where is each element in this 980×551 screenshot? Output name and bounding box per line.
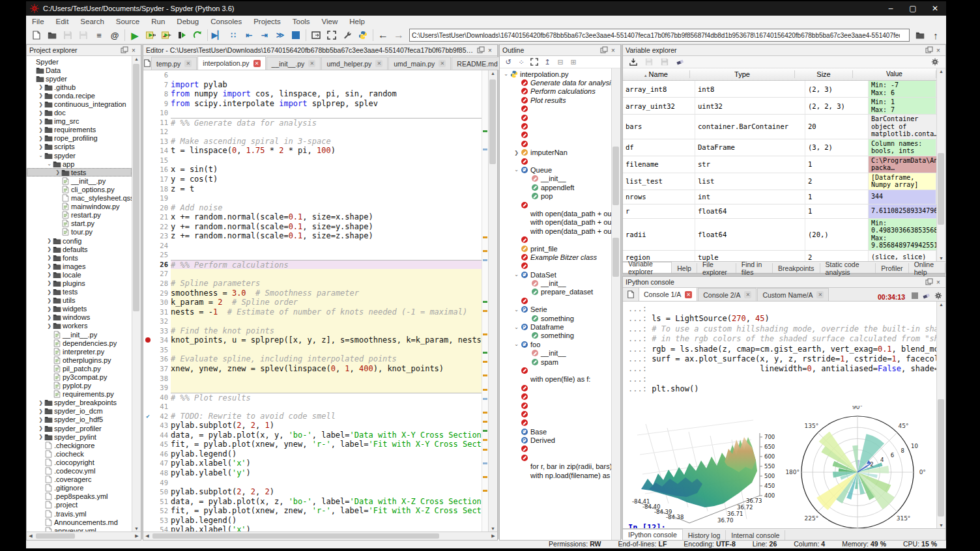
pane-tab-ipython-console[interactable]: IPython console [623, 529, 683, 540]
editor-line[interactable]: 15 [143, 156, 482, 165]
preferences-icon[interactable] [339, 28, 355, 42]
tab-close-icon[interactable]: ✕ [253, 60, 261, 67]
console-content[interactable]: ...:...: ls = LightSource(270, 45)...: #… [623, 302, 936, 528]
tree-item[interactable]: __init__.py [27, 177, 132, 185]
tree-item[interactable]: ❯continuous_integration [27, 100, 132, 108]
outline-item[interactable] [500, 401, 611, 410]
outline-item[interactable] [500, 453, 611, 462]
save-icon[interactable] [60, 28, 76, 42]
tree-item[interactable]: tour.py [27, 228, 132, 236]
menu-search[interactable]: Search [74, 18, 109, 25]
tree-item[interactable]: interpreter.py [27, 347, 132, 356]
import-data-icon[interactable] [626, 55, 641, 69]
console-tab[interactable]: Console 1/A✕ [639, 287, 697, 301]
tree-item[interactable]: spyder [27, 74, 132, 83]
tree-item[interactable]: ❯spyder_io_dcm [27, 407, 132, 416]
pane-tab-static-code-analysis[interactable]: Static code analysis [820, 263, 876, 273]
parent-directory-icon[interactable]: ↑ [928, 28, 944, 42]
editor-line[interactable]: 8from numpy import cos, linspace, pi, si… [143, 89, 482, 99]
chevron-icon[interactable]: ❯ [46, 255, 53, 261]
tree-item[interactable]: .checkignore [27, 441, 132, 449]
tree-item[interactable]: Data [27, 66, 132, 74]
editor-tab[interactable]: umd_main.py✕ [388, 57, 451, 70]
outline-item[interactable]: with np.load(filename) as dem: [500, 471, 611, 479]
fullscreen-icon[interactable] [324, 28, 339, 42]
run-icon[interactable]: ▶ [127, 28, 143, 42]
chevron-icon[interactable]: ❯ [37, 434, 44, 440]
run-cell-icon[interactable] [143, 28, 158, 42]
editor-line[interactable]: 29smoothness = 3.0 # Smoothness paramete… [143, 289, 482, 298]
editor-line[interactable]: 17y = cos(t) [143, 175, 482, 184]
editor-line[interactable]: 19 [143, 193, 482, 203]
chevron-icon[interactable]: ⌄ [513, 341, 520, 347]
variable-table[interactable]: ▴ NameTypeSizeValuearray_int8int8(2, 3)M… [623, 68, 936, 261]
chevron-icon[interactable]: ❯ [37, 127, 44, 133]
outline-item[interactable]: with open(data_path + output_file_n... [500, 209, 611, 218]
editor-line[interactable]: 7import pylab [143, 80, 482, 90]
editor-line[interactable]: 35 [143, 345, 482, 355]
tree-item[interactable]: ❯conda.recipe [27, 91, 132, 100]
editor-line[interactable]: 28# Spline parameters [143, 279, 482, 289]
tree-item[interactable]: ❯tests [27, 288, 132, 296]
outline-item[interactable]: ⌄CDataframe [500, 322, 611, 331]
open-file-icon[interactable] [44, 28, 60, 42]
symbol-finder-icon[interactable]: @ [107, 28, 122, 42]
editor-line[interactable]: 50pylab.subplot(2, 2, 2) [143, 487, 482, 497]
editor-line[interactable]: 22y += random.normal(scale=0.1, size=y.s… [143, 222, 482, 232]
tab-close-icon[interactable]: ✕ [744, 291, 751, 298]
table-row[interactable]: dfDataFrame(3, 2)Column names: bools, in… [623, 139, 936, 156]
chevron-icon[interactable]: ❯ [46, 323, 53, 329]
editor-line[interactable]: 6 [143, 70, 482, 80]
float-pane-icon[interactable] [476, 46, 485, 54]
outline-item[interactable]: ⌄Cfoo [500, 340, 611, 348]
rerun-cell-icon[interactable] [190, 28, 205, 42]
tree-item[interactable]: py3compat.py [27, 373, 132, 381]
chevron-icon[interactable]: ⌄ [513, 307, 520, 313]
save-data-as-icon[interactable] [657, 55, 672, 69]
menu-help[interactable]: Help [343, 18, 371, 25]
editor-line[interactable]: 11# %% Generate data for analysis [143, 118, 482, 128]
menu-consoles[interactable]: Consoles [205, 18, 248, 25]
tree-item[interactable]: pil_patch.py [27, 364, 132, 373]
editor-line[interactable]: 39 [143, 383, 482, 393]
maximize-icon[interactable]: ▢ [902, 1, 924, 16]
close-pane-icon[interactable]: × [934, 46, 943, 54]
tab-close-icon[interactable]: ✕ [184, 60, 192, 67]
editor-line[interactable]: 36# Evaluate spline, including interpola… [143, 354, 482, 364]
outline-item[interactable] [500, 122, 611, 130]
editor-tab[interactable]: temp.py✕ [151, 57, 197, 70]
editor-line[interactable]: 24 [143, 241, 482, 251]
pane-tab-find-in-files[interactable]: Find in files [736, 263, 773, 273]
minimize-icon[interactable]: – [880, 1, 902, 16]
menu-view[interactable]: View [316, 18, 344, 25]
debug-continue-icon[interactable]: ≫ [272, 28, 288, 42]
table-row[interactable]: radiifloat64(20,)Min: 0.4983036638535687… [623, 219, 936, 251]
debug-stop-icon[interactable] [288, 28, 304, 42]
outline-item[interactable]: spam [500, 358, 611, 366]
chevron-icon[interactable]: ❯ [46, 289, 53, 295]
tree-item[interactable]: ❯spyder_breakpoints [27, 399, 132, 407]
editor-line[interactable]: 14t = linspace(0, 1.75 * 2 * pi, 100) [143, 146, 482, 156]
remove-variables-icon[interactable] [672, 55, 688, 69]
editor-line[interactable]: 20# Add noise [143, 203, 482, 213]
outline-item[interactable]: print_file [500, 244, 611, 253]
chevron-icon[interactable]: ❯ [37, 135, 44, 141]
outline-item[interactable]: ❯imputerNan [500, 148, 611, 157]
tree-item[interactable]: ❯spyder_pylint [27, 432, 132, 441]
outline-item[interactable] [500, 296, 611, 305]
editor-line[interactable]: 10 [143, 108, 482, 118]
pane-tab-history-log[interactable]: History log [683, 530, 727, 540]
float-pane-icon[interactable] [925, 46, 934, 54]
tree-item[interactable]: ❯images [27, 262, 132, 270]
tree-item[interactable]: ❯img_src [27, 117, 132, 126]
column-header[interactable]: ▴ Name [623, 70, 690, 78]
tree-item[interactable]: pyplot.py [27, 382, 132, 390]
chevron-icon[interactable]: ❯ [37, 400, 44, 406]
outline-item[interactable] [500, 157, 611, 165]
outline-item[interactable] [500, 410, 611, 418]
outline-item[interactable]: Example Bitzer class [500, 253, 611, 261]
outline-item[interactable] [500, 392, 611, 401]
outline-item[interactable]: for r, bar in zip(radii, bars): [500, 462, 611, 471]
browse-tabs-icon[interactable] [623, 288, 639, 301]
console-scrollbar[interactable]: ▲ ▼ [936, 302, 945, 528]
